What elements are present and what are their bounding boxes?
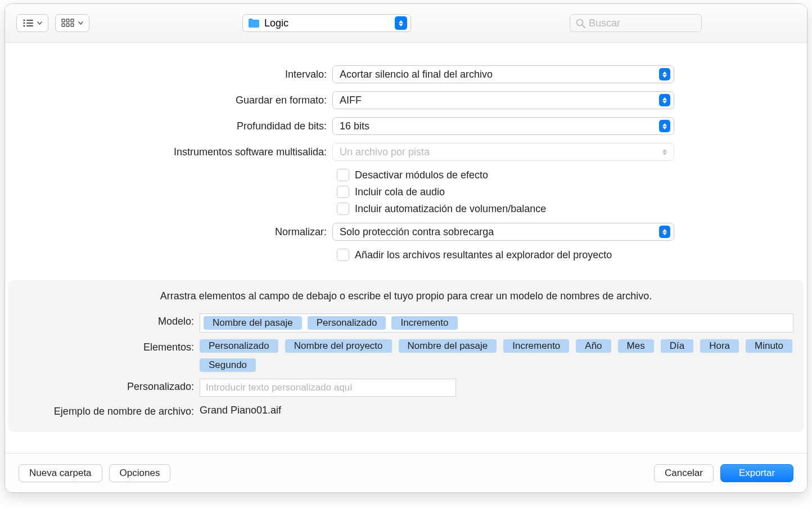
svg-point-4 [23, 25, 25, 26]
normalize-label: Normalizar: [5, 226, 332, 238]
element-token[interactable]: Día [661, 339, 693, 353]
format-select[interactable]: AIFF [332, 91, 674, 109]
volauto-checkbox[interactable] [337, 203, 349, 215]
folder-icon [247, 18, 260, 28]
chevron-down-icon [37, 21, 42, 25]
format-label: Guardar en formato: [5, 95, 332, 106]
new-folder-button[interactable]: Nueva carpeta [19, 464, 102, 482]
svg-point-0 [23, 19, 25, 21]
up-down-icon [659, 94, 670, 106]
interval-value: Acortar silencio al final del archivo [340, 69, 493, 80]
model-token[interactable]: Nombre del pasaje [204, 316, 302, 330]
naming-instructions: Arrastra elementos al campo de debajo o … [19, 290, 793, 302]
svg-line-13 [582, 25, 585, 28]
addproject-checkbox[interactable] [337, 249, 349, 261]
toolbar: Logic Buscar [5, 4, 807, 43]
svg-rect-9 [62, 24, 65, 26]
element-token[interactable]: Hora [700, 339, 739, 353]
multioutput-label: Instrumentos software multisalida: [5, 146, 332, 158]
svg-rect-1 [26, 20, 33, 21]
up-down-icon [659, 146, 670, 158]
model-label: Modelo: [19, 313, 200, 327]
options-button[interactable]: Opciones [109, 464, 171, 482]
element-token[interactable]: Año [576, 339, 611, 353]
example-label: Ejemplo de nombre de archivo: [19, 403, 200, 417]
svg-rect-5 [26, 25, 33, 26]
svg-rect-3 [26, 23, 33, 24]
normalize-select[interactable]: Solo protección contra sobrecarga [332, 223, 674, 241]
tail-label: Incluir cola de audio [355, 186, 445, 198]
bypass-checkbox[interactable] [337, 169, 349, 181]
export-button[interactable]: Exportar [720, 464, 793, 482]
custom-placeholder: Introducir texto personalizado aquí [206, 382, 353, 393]
svg-rect-8 [71, 19, 74, 22]
svg-rect-10 [66, 24, 69, 26]
search-input[interactable]: Buscar [570, 14, 702, 32]
normalize-value: Solo protección contra sobrecarga [340, 226, 494, 238]
element-token[interactable]: Incremento [503, 339, 569, 353]
interval-select[interactable]: Acortar silencio al final del archivo [332, 65, 674, 83]
list-icon [22, 19, 34, 28]
multioutput-value: Un archivo por pista [340, 146, 430, 158]
custom-label: Personalizado: [19, 379, 200, 393]
example-value: Grand Piano01.aif [200, 403, 281, 416]
view-list-button[interactable] [16, 14, 48, 32]
interval-label: Intervalo: [5, 69, 332, 80]
export-dialog: Logic Buscar Intervalo: Acortar silencio… [4, 3, 808, 493]
model-field[interactable]: Nombre del pasajePersonalizadoIncremento [200, 313, 793, 333]
element-token[interactable]: Mes [618, 339, 654, 353]
element-token[interactable]: Nombre del proyecto [285, 339, 392, 353]
multioutput-select: Un archivo por pista [332, 143, 674, 161]
up-down-icon [659, 68, 670, 80]
naming-panel: Arrastra elementos al campo de debajo o … [8, 280, 804, 432]
location-text: Logic [264, 17, 390, 29]
svg-rect-7 [66, 19, 69, 22]
bitdepth-label: Profundidad de bits: [5, 120, 332, 132]
model-token[interactable]: Personalizado [308, 316, 386, 330]
view-grid-button[interactable] [55, 14, 89, 32]
grid-icon [61, 19, 75, 28]
element-token[interactable]: Minuto [746, 339, 792, 353]
format-value: AIFF [340, 95, 362, 106]
search-placeholder: Buscar [589, 17, 620, 29]
footer: Nueva carpeta Opciones Cancelar Exportar [5, 453, 807, 492]
svg-rect-6 [62, 19, 65, 22]
custom-input[interactable]: Introducir texto personalizado aquí [200, 379, 456, 397]
bitdepth-value: 16 bits [340, 120, 369, 132]
svg-point-2 [23, 22, 25, 24]
form: Intervalo: Acortar silencio al final del… [5, 43, 807, 277]
up-down-icon [659, 226, 670, 238]
up-down-icon [659, 120, 670, 132]
addproject-label: Añadir los archivos resultantes al explo… [355, 249, 612, 261]
elements-label: Elementos: [19, 339, 200, 353]
chevron-down-icon [78, 21, 83, 25]
bitdepth-select[interactable]: 16 bits [332, 117, 674, 135]
model-token[interactable]: Incremento [391, 316, 457, 330]
elements-tokens: PersonalizadoNombre del proyectoNombre d… [200, 339, 793, 372]
svg-rect-11 [71, 24, 74, 26]
element-token[interactable]: Nombre del pasaje [399, 339, 497, 353]
element-token[interactable]: Segundo [200, 358, 256, 372]
element-token[interactable]: Personalizado [200, 339, 278, 353]
up-down-icon [395, 16, 407, 30]
location-select[interactable]: Logic [242, 14, 411, 32]
cancel-button[interactable]: Cancelar [654, 464, 714, 482]
bypass-label: Desactivar módulos de efecto [355, 169, 488, 181]
search-icon [576, 19, 585, 28]
volauto-label: Incluir automatización de volumen/balanc… [355, 203, 546, 215]
tail-checkbox[interactable] [337, 186, 349, 198]
